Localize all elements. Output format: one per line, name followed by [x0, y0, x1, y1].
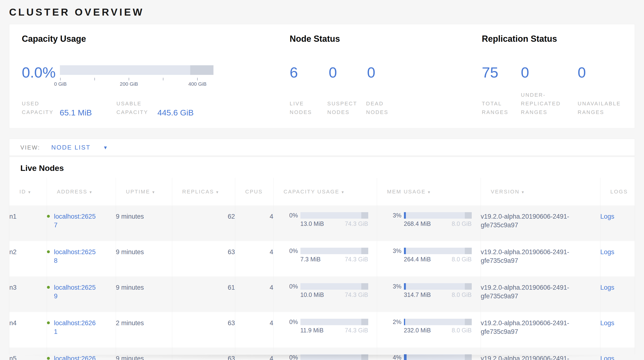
- node-address-link[interactable]: localhost:26259: [54, 283, 96, 300]
- live-nodes-table: ID▼ ADDRESS▼ UPTIME▼ REPLICAS▼ CPUS CAPA…: [9, 178, 635, 360]
- mem-usage-percent-label: 3%: [385, 247, 402, 254]
- cell-node-address: localhost:26261: [47, 312, 116, 347]
- under-replicated-label-line1: UNDER-: [521, 91, 561, 99]
- mem-used-value: 232.0 MiB: [404, 327, 431, 334]
- axis-tick: [60, 78, 60, 80]
- cell-logs: Logs: [600, 241, 635, 276]
- cell-uptime: 9 minutes: [116, 206, 172, 241]
- suspect-nodes-label: SUSPECT NODES: [327, 99, 357, 117]
- mem-usage-percent-label: 3%: [385, 283, 402, 290]
- node-address-link[interactable]: localhost:26261: [54, 319, 96, 336]
- cell-uptime: 2 minutes: [116, 312, 172, 347]
- mem-used-value: 314.7 MiB: [404, 291, 431, 298]
- live-nodes-title: Live Nodes: [20, 163, 64, 173]
- dead-nodes-label: DEAD NODES: [366, 99, 388, 117]
- column-header-replicas[interactable]: REPLICAS▼: [172, 178, 235, 206]
- cell-version: v19.2.0-alpha.20190606-2491-gfe735c9a97: [480, 276, 600, 312]
- column-header-address[interactable]: ADDRESS▼: [47, 178, 116, 206]
- live-nodes-label: LIVE NODES: [290, 99, 312, 117]
- total-ranges-label-line1: TOTAL: [482, 99, 508, 108]
- mem-usage-fill: [404, 319, 406, 325]
- under-replicated-ranges-count: 0: [521, 65, 529, 80]
- column-label-replicas: REPLICAS: [182, 189, 214, 195]
- column-header-logs: LOGS: [600, 178, 635, 206]
- column-label-id: ID: [20, 189, 26, 195]
- column-header-id[interactable]: ID▼: [9, 178, 47, 206]
- cell-mem-usage: 3% 314.7 MiB 8.0 GiB: [377, 276, 480, 312]
- capacity-usage-bar: [300, 283, 368, 290]
- sort-caret-icon: ▼: [152, 190, 155, 194]
- mem-usage-remainder: [465, 283, 472, 290]
- node-address-link[interactable]: localhost:26258: [54, 248, 96, 265]
- logs-link[interactable]: Logs: [600, 213, 614, 220]
- axis-tick: [129, 78, 129, 80]
- unavailable-ranges-count: 0: [578, 65, 586, 80]
- view-dropdown-value[interactable]: NODE LIST: [51, 144, 90, 151]
- cell-capacity-usage: 0% 11.9 MiB 74.3 GiB: [273, 312, 377, 347]
- used-capacity-label-line2: CAPACITY: [22, 108, 54, 117]
- column-header-version[interactable]: VERSION▼: [480, 178, 600, 206]
- capacity-usable-segment: [60, 65, 190, 75]
- node-status-title: Node Status: [290, 34, 340, 44]
- cell-replicas: 63: [172, 241, 235, 276]
- chevron-down-icon[interactable]: ▼: [103, 145, 108, 150]
- column-header-uptime[interactable]: UPTIME▼: [116, 178, 172, 206]
- capacity-used-value: 10.0 MiB: [300, 291, 324, 298]
- capacity-usage-percent-label: 0%: [282, 212, 298, 219]
- dead-nodes-label-line1: DEAD: [366, 99, 388, 108]
- unavailable-ranges-label-line2: RANGES: [578, 108, 621, 117]
- cell-logs: Logs: [600, 276, 635, 312]
- cell-cpus: 4: [235, 206, 273, 241]
- cell-mem-usage: 3% 264.4 MiB 8.0 GiB: [377, 241, 480, 276]
- mem-used-value: 264.4 MiB: [404, 256, 431, 263]
- live-nodes-label-line1: LIVE: [290, 99, 312, 108]
- cell-node-id: n3: [9, 276, 47, 312]
- mem-usage-percent-label: 3%: [385, 212, 402, 219]
- axis-tick: [94, 78, 95, 80]
- total-ranges-label: TOTAL RANGES: [482, 99, 508, 117]
- health-status-dot-icon: [47, 321, 50, 324]
- column-label-address: ADDRESS: [57, 189, 88, 195]
- column-label-uptime: UPTIME: [126, 189, 150, 195]
- table-row: n3 localhost:26259 9 minutes 61 4 0%: [9, 276, 635, 312]
- table-row: n1 localhost:26257 9 minutes 62 4 0%: [9, 206, 635, 241]
- cell-node-address: localhost:26259: [47, 276, 116, 312]
- mem-usage-bar: [404, 212, 472, 219]
- cell-node-address: localhost:26257: [47, 206, 116, 241]
- cell-node-address: localhost:26258: [47, 241, 116, 276]
- logs-link[interactable]: Logs: [600, 248, 614, 256]
- mem-usage-bar: [404, 283, 472, 290]
- column-header-mem-usage[interactable]: MEM USAGE▼: [377, 178, 480, 206]
- usable-capacity-value: 445.6 GiB: [158, 108, 194, 117]
- cell-cpus: 4: [235, 241, 273, 276]
- axis-label-200: 200 GiB: [110, 81, 148, 87]
- capacity-usage-percent: 0.0%: [22, 65, 56, 80]
- version-text: v19.2.0-alpha.20190606-2491-gfe735c9a97: [481, 283, 584, 300]
- live-nodes-count: 6: [290, 65, 298, 80]
- column-header-capacity-usage[interactable]: CAPACITY USAGE▼: [273, 178, 377, 206]
- used-capacity-label-line1: USED: [22, 99, 54, 108]
- logs-link[interactable]: Logs: [600, 284, 614, 291]
- cell-capacity-usage: 0% 10.0 MiB 74.3 GiB: [273, 276, 377, 312]
- total-ranges-label-line2: RANGES: [482, 108, 508, 117]
- column-label-logs: LOGS: [610, 189, 628, 195]
- cell-replicas: 62: [172, 206, 235, 241]
- sort-caret-icon: ▼: [341, 190, 344, 194]
- table-row: n4 localhost:26261 2 minutes 63 4 0%: [9, 312, 635, 347]
- node-address-link[interactable]: localhost:26257: [54, 212, 96, 229]
- logs-link[interactable]: Logs: [600, 319, 614, 327]
- mem-total-value: 8.0 GiB: [452, 220, 472, 227]
- version-text: v19.2.0-alpha.20190606-2491-gfe735c9a97: [481, 319, 584, 336]
- capacity-usage-percent-label: 0%: [282, 247, 298, 254]
- suspect-nodes-count: 0: [329, 65, 337, 80]
- capacity-total-value: 74.3 GiB: [345, 327, 368, 334]
- mem-usage-bar: [404, 319, 472, 325]
- under-replicated-ranges-label: UNDER- REPLICATED RANGES: [521, 91, 561, 117]
- used-capacity-value: 65.1 MiB: [60, 108, 92, 117]
- capacity-used-value: 7.3 MiB: [300, 256, 321, 263]
- mem-usage-fill: [404, 283, 406, 290]
- mem-total-value: 8.0 GiB: [452, 256, 472, 263]
- capacity-usage-bar: [60, 65, 214, 75]
- capacity-usage-bar: [300, 212, 368, 219]
- view-label: VIEW:: [20, 144, 40, 151]
